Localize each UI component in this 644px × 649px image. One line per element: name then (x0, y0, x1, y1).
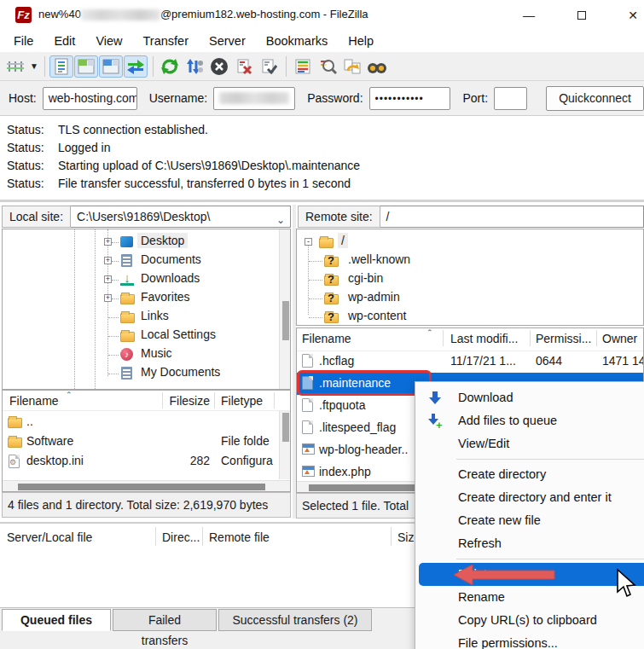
local-path-combo[interactable]: C:\Users\91869\Desktop\ ⌄ (71, 206, 291, 228)
local-tree-item-my-documents[interactable]: My Documents (3, 364, 290, 383)
toggle-remote-tree-icon[interactable] (99, 55, 123, 78)
collapse-icon[interactable]: - (305, 238, 312, 246)
cancel-icon[interactable] (207, 55, 231, 78)
local-tree-item-links[interactable]: Links (3, 308, 290, 327)
local-tree-item-favorites[interactable]: + Favorites (3, 289, 290, 308)
refresh-icon[interactable] (158, 55, 182, 78)
tab-successful-transfers[interactable]: Successful transfers (2) (218, 609, 372, 631)
column-header-permissions[interactable]: Permissi... (536, 332, 591, 345)
menu-edit[interactable]: Edit (44, 32, 85, 50)
local-status-bar: 4 files and 1 directory. Total size: 2,6… (2, 492, 291, 518)
process-queue-icon[interactable] (183, 55, 206, 78)
config-file-icon (9, 455, 20, 468)
menu-view[interactable]: View (85, 32, 132, 50)
menu-item-add-files-to-queue[interactable]: + Add files to queue (415, 409, 644, 432)
menu-item-copy-url[interactable]: Copy URL(s) to clipboard (415, 609, 644, 632)
toggle-queue-icon[interactable] (124, 55, 148, 78)
local-tree-item-local-settings[interactable]: Local Settings (3, 327, 290, 345)
folder-icon (120, 313, 135, 323)
toolbar: ▼ (0, 52, 644, 81)
column-header-filename[interactable]: Filename (302, 332, 351, 345)
reconnect-icon[interactable] (257, 55, 281, 78)
status-label: Status: (0, 159, 58, 172)
column-header-filesize[interactable]: Filesize (159, 394, 210, 408)
expander-icon[interactable]: + (104, 294, 112, 302)
remote-tree-item-wp-admin[interactable]: ? wp-admin (297, 289, 643, 308)
annotation-red-box (297, 370, 432, 396)
find-files-icon[interactable] (365, 55, 389, 78)
remote-tree-item-wp-content[interactable]: ? wp-content (297, 308, 643, 326)
redacted-username-value (219, 92, 289, 104)
local-tree-item-downloads[interactable]: + ↓ Downloads (3, 270, 290, 289)
expander-icon[interactable]: + (104, 257, 112, 264)
local-list-scrollbar[interactable] (279, 411, 290, 479)
menu-item-create-new-file[interactable]: Create new file (415, 509, 644, 532)
sync-browsing-icon[interactable] (340, 55, 364, 78)
remote-tree-item-root[interactable]: - / (297, 233, 643, 252)
site-manager-dropdown-icon[interactable]: ▼ (28, 55, 40, 78)
folder-question-icon: ? (324, 257, 339, 267)
expander-icon[interactable]: + (104, 238, 112, 246)
window-title-prefix: new%40 (38, 8, 81, 20)
local-tree-scrollbar[interactable] (279, 229, 290, 390)
menu-help[interactable]: Help (338, 32, 384, 50)
local-tree-item-desktop[interactable]: + Desktop (3, 233, 290, 252)
quickconnect-button[interactable]: Quickconnect (546, 86, 644, 111)
close-button[interactable]: ✕ (621, 7, 644, 24)
column-header-last-modified[interactable]: Last modifi... (450, 332, 518, 345)
file-row-software[interactable]: Software File folde (3, 432, 290, 451)
menu-item-create-directory-enter[interactable]: Create directory and enter it (415, 486, 644, 509)
column-header-filetype[interactable]: Filetype (221, 394, 263, 408)
status-message: TLS connection established. (58, 123, 208, 136)
toggle-local-tree-icon[interactable] (74, 55, 98, 78)
folder-question-icon: ? (324, 275, 339, 286)
filter-icon[interactable] (291, 55, 315, 78)
file-type: File folde (221, 434, 276, 448)
menu-item-file-permissions[interactable]: File permissions... (415, 632, 644, 649)
menu-item-download[interactable]: Download (415, 386, 644, 409)
minimize-button[interactable]: — (517, 7, 541, 24)
maximize-button[interactable] (570, 7, 594, 24)
column-header-filename[interactable]: Filename (9, 394, 59, 408)
scrollbar-thumb[interactable] (18, 484, 265, 490)
file-name: .litespeed_flag (319, 420, 396, 434)
menu-item-create-directory[interactable]: Create directory (415, 463, 644, 486)
port-input[interactable] (494, 87, 527, 110)
scrollbar-thumb[interactable] (282, 413, 289, 442)
status-label: Status: (0, 141, 58, 154)
chevron-down-icon[interactable]: ⌄ (276, 210, 285, 228)
tree-label: Downloads (137, 270, 203, 286)
host-input[interactable]: web-hosting.com (43, 87, 137, 110)
tree-label: wp-admin (345, 289, 403, 304)
menu-file[interactable]: File (3, 32, 44, 50)
menu-bookmarks[interactable]: Bookmarks (256, 32, 339, 50)
column-header-remote-file[interactable]: Remote file (209, 530, 270, 544)
local-tree-item-documents[interactable]: + Documents (3, 252, 290, 270)
menu-item-view-edit[interactable]: View/Edit (415, 432, 644, 455)
tab-queued-files[interactable]: Queued files (2, 609, 111, 631)
toggle-log-icon[interactable] (49, 55, 73, 78)
file-row-desktop-ini[interactable]: desktop.ini 282 Configura (3, 451, 290, 471)
menu-transfer[interactable]: Transfer (133, 32, 199, 50)
remote-tree-item-cgi-bin[interactable]: ? cgi-bin (297, 270, 643, 289)
column-header-owner[interactable]: Owner (602, 332, 637, 345)
expander-icon[interactable]: + (104, 275, 112, 283)
folder-question-icon: ? (324, 294, 339, 304)
file-row-parent[interactable]: .. (3, 412, 290, 432)
column-header-direction[interactable]: Direc... (162, 530, 200, 544)
column-header-server-local-file[interactable]: Server/Local file (7, 530, 92, 544)
remote-tree-item-well-known[interactable]: ? .well-known (297, 252, 643, 270)
local-tree-item-music[interactable]: ♪ Music (3, 345, 290, 364)
remote-path-input[interactable]: / (380, 206, 644, 228)
compare-icon[interactable] (316, 55, 339, 78)
site-manager-icon[interactable] (3, 55, 27, 78)
username-input[interactable] (213, 87, 295, 110)
disconnect-icon[interactable] (232, 55, 256, 78)
tree-label: .well-known (345, 252, 414, 267)
password-input[interactable]: ••••••••••• (369, 87, 451, 110)
local-list-hscrollbar[interactable] (3, 480, 291, 491)
scrollbar-thumb[interactable] (282, 301, 289, 340)
tab-failed-transfers[interactable]: Failed transfers (113, 609, 217, 631)
menu-item-refresh[interactable]: Refresh (415, 532, 644, 555)
menu-server[interactable]: Server (199, 32, 256, 50)
